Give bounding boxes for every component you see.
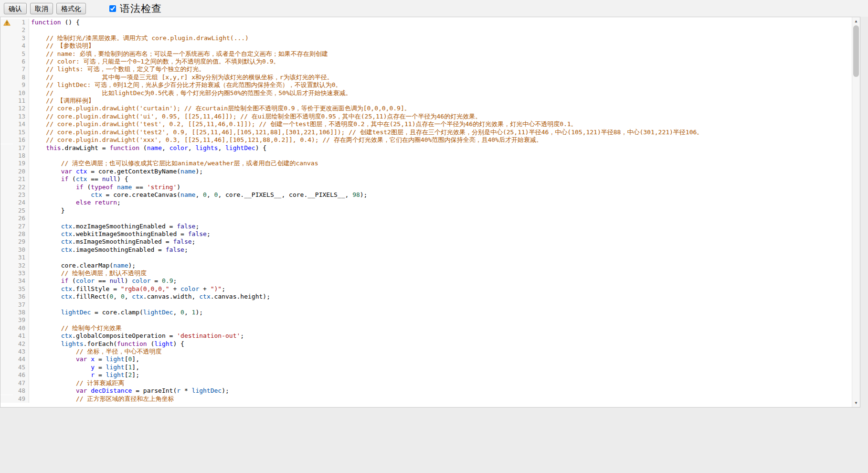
token: ) { — [255, 144, 266, 151]
code-line[interactable]: 14 // core.plugin.drawLight('test', 0.2,… — [0, 120, 852, 128]
token — [31, 97, 46, 104]
token: [ — [125, 355, 128, 363]
code-line[interactable]: 10 // 比如lightDec为0.5代表，每个灯光部分内圈50%的范围全亮，… — [0, 89, 852, 97]
code-line[interactable]: 26 — [0, 215, 852, 222]
token: ); — [222, 387, 229, 394]
token: ); — [360, 191, 368, 198]
code-line[interactable]: 34 if (color == null) color = 0.9; — [0, 277, 852, 285]
code-line[interactable]: 16 // core.plugin.drawLight('xxx', 0.3, … — [0, 136, 852, 144]
code-line[interactable]: 25 } — [0, 207, 852, 215]
code-line[interactable]: 13 // core.plugin.drawLight('ui', 0.95, … — [0, 113, 852, 120]
code-line-text: // 清空色调层；也可以修改成其它层比如animate/weather层，或者用… — [29, 160, 852, 167]
lint-warning-icon[interactable] — [0, 19, 13, 26]
code-line[interactable]: 45 y = light[1], — [0, 364, 852, 371]
token: var — [61, 168, 72, 175]
token: ( — [68, 277, 76, 284]
code-line[interactable]: 44 var x = light[0], — [0, 355, 852, 363]
token: ; — [117, 199, 121, 206]
code-line[interactable]: 3 // 绘制灯光/漆黑层效果。调用方式 core.plugin.drawLig… — [0, 34, 852, 42]
code-line[interactable]: 28 ctx.webkitImageSmoothingEnabled = fal… — [0, 230, 852, 238]
token: ( — [147, 340, 155, 347]
line-number: 35 — [13, 285, 29, 293]
code-line[interactable]: 9 // lightDec: 可选，0到1之间，光从多少百分比才开始衰减（在此范… — [0, 81, 852, 89]
code-line-text: y = light[1], — [29, 364, 852, 371]
code-line-text: if (color == null) color = 0.9; — [29, 277, 852, 285]
code-line[interactable]: 1function () { — [0, 19, 852, 26]
token: ctx — [61, 293, 72, 300]
code-line[interactable]: 46 r = light[2]; — [0, 371, 852, 379]
line-number: 37 — [13, 301, 29, 309]
code-line[interactable]: 29 ctx.msImageSmoothingEnabled = false; — [0, 238, 852, 246]
code-line[interactable]: 42 lights.forEach(function (light) { — [0, 340, 852, 348]
gutter-marker-cell — [0, 183, 13, 191]
token: name — [113, 262, 128, 269]
token: ; — [192, 238, 196, 245]
code-line[interactable]: 19 // 清空色调层；也可以修改成其它层比如animate/weather层，… — [0, 160, 852, 167]
scrollbar-thumb[interactable] — [853, 25, 859, 77]
code-line-text: // core.plugin.drawLight('test', 0.2, [[… — [29, 120, 852, 128]
gutter-marker-cell — [0, 89, 13, 97]
code-line[interactable]: 32 core.clearMap(name); — [0, 262, 852, 269]
token: false — [166, 246, 184, 253]
format-button[interactable]: 格式化 — [56, 3, 86, 14]
code-line[interactable]: 33 // 绘制色调层，默认不透明度 — [0, 269, 852, 277]
code-line[interactable]: 40 // 绘制每个灯光效果 — [0, 324, 852, 332]
code-line[interactable]: 20 var ctx = core.getContextByName(name)… — [0, 168, 852, 175]
cancel-button[interactable]: 取消 — [30, 3, 53, 14]
code-line[interactable]: 7 // lights: 可选，一个数组，定义了每个独立的灯光。 — [0, 65, 852, 73]
code-line[interactable]: 12 // core.plugin.drawLight('curtain'); … — [0, 105, 852, 112]
code-line[interactable]: 27 ctx.mozImageSmoothingEnabled = false; — [0, 223, 852, 230]
code-line[interactable]: 23 ctx = core.createCanvas(name, 0, 0, c… — [0, 191, 852, 199]
editor-scrollbar[interactable]: ▲ ▼ — [852, 17, 860, 407]
code-line[interactable]: 49 // 正方形区域的直径和左上角坐标 — [0, 395, 852, 403]
scroll-up-icon[interactable]: ▲ — [852, 18, 860, 25]
toolbar: 确认 取消 格式化 语法检查 — [0, 0, 868, 17]
scroll-down-icon[interactable]: ▼ — [852, 399, 860, 407]
syntax-check-label[interactable]: 语法检查 — [120, 2, 162, 15]
gutter-marker-cell — [0, 207, 13, 215]
code-line[interactable]: 5 // name: 必填，要绘制到的画布名；可以是一个系统画布，或者是个自定义… — [0, 50, 852, 58]
token — [31, 277, 61, 284]
code-line[interactable]: 41 ctx.globalCompositeOperation = 'desti… — [0, 332, 852, 340]
token — [31, 379, 76, 387]
token: lightDec — [143, 309, 173, 316]
code-line[interactable]: 43 // 坐标，半径，中心不透明度 — [0, 348, 852, 355]
token: light — [106, 355, 125, 363]
token: return — [95, 199, 117, 206]
code-line[interactable]: 18 — [0, 152, 852, 160]
code-line[interactable]: 47 // 计算衰减距离 — [0, 379, 852, 387]
token: } — [31, 207, 64, 214]
code-line-text: ctx = core.createCanvas(name, 0, 0, core… — [29, 191, 852, 199]
code-line[interactable]: 21 if (ctx == null) { — [0, 175, 852, 183]
code-line[interactable]: 24 else return; — [0, 199, 852, 206]
code-line[interactable]: 22 if (typeof name == 'string') — [0, 183, 852, 191]
code-line[interactable]: 17 this.drawLight = function (name, colo… — [0, 144, 852, 152]
code-line[interactable]: 36 ctx.fillRect(0, 0, ctx.canvas.width, … — [0, 293, 852, 301]
code-line[interactable]: 2 — [0, 26, 852, 34]
line-number: 2 — [13, 26, 29, 34]
gutter-marker-cell — [0, 355, 13, 363]
token — [91, 199, 95, 206]
code-line[interactable]: 37 — [0, 301, 852, 309]
token: .fillStyle = — [72, 285, 121, 292]
syntax-check-checkbox[interactable] — [109, 5, 116, 12]
code-line[interactable]: 31 — [0, 254, 852, 261]
code-line[interactable]: 8 // 其中每一项是三元组 [x,y,r] x和y分别为该灯光的横纵坐标，r为… — [0, 74, 852, 81]
code-line[interactable]: 48 var decDistance = parseInt(r * lightD… — [0, 387, 852, 395]
code-line[interactable]: 38 lightDec = core.clamp(lightDec, 0, 1)… — [0, 309, 852, 316]
code-line-text: // 【参数说明】 — [29, 42, 852, 50]
code-line[interactable]: 4 // 【参数说明】 — [0, 42, 852, 50]
token: // core.plugin.drawLight('xxx', 0.3, [[2… — [46, 136, 542, 143]
code-line[interactable]: 35 ctx.fillStyle = "rgba(0,0,0," + color… — [0, 285, 852, 293]
code-line[interactable]: 6 // color: 可选，只能是一个0~1之间的数，为不透明度的值。不填则默… — [0, 58, 852, 65]
code-line[interactable]: 11 // 【调用样例】 — [0, 97, 852, 105]
token: , — [207, 191, 214, 198]
code-area[interactable]: 1function () {23 // 绘制灯光/漆黑层效果。调用方式 core… — [0, 17, 852, 407]
code-line[interactable]: 30 ctx.imageSmoothingEnabled = false; — [0, 246, 852, 254]
line-number: 28 — [13, 230, 29, 238]
token: false — [188, 230, 207, 237]
code-line[interactable]: 39 — [0, 316, 852, 324]
confirm-button[interactable]: 确认 — [4, 3, 27, 14]
code-line[interactable]: 15 // core.plugin.drawLight('test2', 0.9… — [0, 129, 852, 136]
code-line-text: var x = light[0], — [29, 355, 852, 363]
